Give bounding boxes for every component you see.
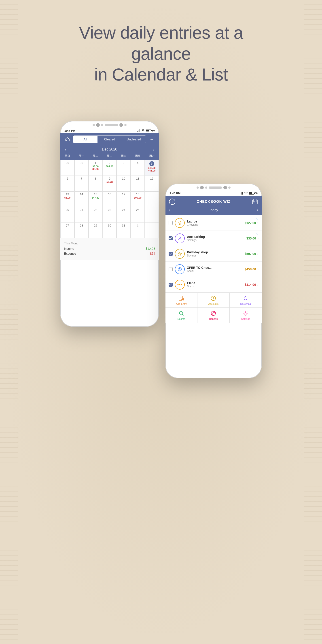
cal-cell-14[interactable]: 14 xyxy=(74,192,88,207)
battery-icon-list xyxy=(249,192,254,194)
cal-cell-16[interactable]: 16 xyxy=(103,192,117,207)
page-headline: View daily entries at a galance in Calen… xyxy=(60,22,262,85)
current-date-label: Today xyxy=(209,208,218,212)
cal-cell-19[interactable] xyxy=(145,192,159,207)
list-app-header: i CHECKBOOK WIZ xyxy=(166,196,262,215)
transaction-item-2[interactable]: Ace parking Savings $35.00 › ↻ xyxy=(166,231,262,246)
cal-cell-26[interactable] xyxy=(145,207,159,223)
amount-ace: $35.00 xyxy=(246,236,256,240)
cal-cell-10[interactable]: 10 xyxy=(116,176,130,192)
cal-cell-27[interactable]: 27 xyxy=(60,223,74,238)
signal-icon xyxy=(137,129,140,132)
camera-dot-2 xyxy=(96,123,100,127)
cal-cell-29[interactable]: 29 xyxy=(88,223,103,238)
nav-reports[interactable]: Reports xyxy=(198,308,230,323)
list-camera-pill xyxy=(209,186,222,189)
cal-cell-11[interactable]: 11 xyxy=(130,176,145,192)
cal-cell-25[interactable]: 25 xyxy=(130,207,145,223)
cal-cell-23[interactable]: 23 xyxy=(103,207,117,223)
nav-search[interactable]: Search xyxy=(166,308,198,323)
cal-cell-22[interactable]: 22 xyxy=(88,207,103,223)
svg-rect-5 xyxy=(240,193,241,194)
checkbox-elena[interactable] xyxy=(168,283,173,287)
cal-cell-30-nov[interactable]: 30 xyxy=(74,160,88,176)
transaction-row-laurce[interactable]: Laurce Checking $127.00 › xyxy=(166,215,262,231)
cal-cell-7[interactable]: 7 xyxy=(74,176,88,192)
chevron-elena: › xyxy=(258,283,258,287)
transaction-row-elena[interactable]: Elena Sdccu $314.00 › xyxy=(166,277,262,292)
checkbox-birthday[interactable] xyxy=(168,252,173,256)
transaction-row-ace[interactable]: Ace parking Savings $35.00 › xyxy=(166,231,262,246)
status-bar-list: 1:46 PM 80 xyxy=(166,191,262,196)
transaction-item-1[interactable]: Laurce Checking $127.00 › ↻ xyxy=(166,215,262,231)
svg-rect-14 xyxy=(256,202,256,202)
right-xfer: $458.00 › xyxy=(245,267,258,271)
nav-recurring[interactable]: Recurring xyxy=(230,293,262,308)
cal-cell-28[interactable]: 28 xyxy=(74,223,88,238)
prev-month-button[interactable]: ‹ xyxy=(65,147,66,152)
cal-cell-18[interactable]: 18 100.00 xyxy=(130,192,145,207)
cal-cell-21[interactable]: 21 xyxy=(74,207,88,223)
cal-cell-29-nov[interactable]: 29 xyxy=(60,160,74,176)
home-icon[interactable] xyxy=(64,136,71,143)
cal-cell-6[interactable]: 6 xyxy=(60,176,74,192)
cal-cell-1-jan[interactable]: 1 xyxy=(130,223,145,238)
icon-elena xyxy=(175,280,185,290)
info-elena: Elena Sdccu xyxy=(187,281,242,288)
list-camera-dot-3 xyxy=(205,186,207,189)
cal-cell-24[interactable]: 24 xyxy=(116,207,130,223)
nav-accounts[interactable]: $ Accounts xyxy=(198,293,230,308)
cal-cell-5-today[interactable]: 5 542.00 441.00 xyxy=(145,160,159,176)
add-button-calendar[interactable]: + xyxy=(148,136,155,143)
cal-cell-17[interactable]: 17 xyxy=(116,192,130,207)
icon-laurce xyxy=(175,218,185,228)
transaction-item-4[interactable]: XFER TO Chec... Sdccu $458.00 › xyxy=(166,262,262,277)
checkbox-ace[interactable] xyxy=(168,236,173,240)
settings-label: Settings xyxy=(241,318,250,320)
headline-line2: in Calendar & List xyxy=(94,64,228,84)
day-name-mon: 周一 xyxy=(74,154,88,158)
cal-cell-12[interactable]: 12 xyxy=(145,176,159,192)
info-icon[interactable]: i xyxy=(169,198,175,205)
svg-point-33 xyxy=(245,312,246,314)
cal-cell-31[interactable]: 31 xyxy=(116,223,130,238)
cal-cell-4[interactable]: 4 xyxy=(130,160,145,176)
cal-cell-3[interactable]: 3 xyxy=(116,160,130,176)
filter-tab-cleared[interactable]: Cleared xyxy=(98,136,122,143)
icon-xfer xyxy=(175,264,185,274)
refresh-icon-ace: ↻ xyxy=(256,232,258,236)
list-camera-dot-2 xyxy=(200,186,204,190)
next-month-button[interactable]: › xyxy=(153,147,154,152)
accounts-icon: $ xyxy=(210,295,217,302)
filter-tab-uncleared[interactable]: Uncleared xyxy=(122,136,146,143)
filter-tab-all[interactable]: All xyxy=(73,136,98,143)
next-date-button[interactable]: › xyxy=(257,208,258,212)
nav-add-entry[interactable]: Add Entry xyxy=(166,293,198,308)
checkbox-xfer[interactable] xyxy=(168,267,173,271)
transaction-item-3[interactable]: Birthday shop Savings $507.00 › xyxy=(166,246,262,262)
transaction-row-birthday[interactable]: Birthday shop Savings $507.00 › xyxy=(166,246,262,262)
battery-icon-calendar xyxy=(146,129,151,132)
list-camera-dot-1 xyxy=(196,186,199,189)
info-ace: Ace parking Savings xyxy=(187,235,244,242)
cal-cell-9[interactable]: 9 52.78 xyxy=(103,176,117,192)
cal-cell-1[interactable]: 1 35.00 88.36 xyxy=(88,160,103,176)
transaction-item-5[interactable]: Elena Sdccu $314.00 › xyxy=(166,277,262,292)
nav-settings[interactable]: Settings xyxy=(230,308,262,323)
cal-cell-13[interactable]: 13 58.00 xyxy=(60,192,74,207)
transaction-row-xfer[interactable]: XFER TO Chec... Sdccu $458.00 › xyxy=(166,262,262,277)
summary-income-row: Income $1,428 xyxy=(64,247,155,250)
checkbox-laurce[interactable] xyxy=(168,221,173,225)
cal-cell-15[interactable]: 15 547.89 xyxy=(88,192,103,207)
phone-camera-bar xyxy=(60,121,159,128)
amount-xfer: $458.00 xyxy=(245,268,256,271)
cal-cell-20[interactable]: 20 xyxy=(60,207,74,223)
svg-point-21 xyxy=(181,284,182,285)
cal-cell-8[interactable]: 8 xyxy=(88,176,103,192)
cal-cell-2[interactable]: 2 304.00 xyxy=(103,160,117,176)
calendar-view-icon[interactable] xyxy=(252,198,258,205)
prev-date-button[interactable]: ‹ xyxy=(169,208,170,212)
svg-rect-16 xyxy=(254,202,255,203)
cal-cell-30[interactable]: 30 xyxy=(103,223,117,238)
date-navigation: ‹ Today › xyxy=(169,207,258,213)
